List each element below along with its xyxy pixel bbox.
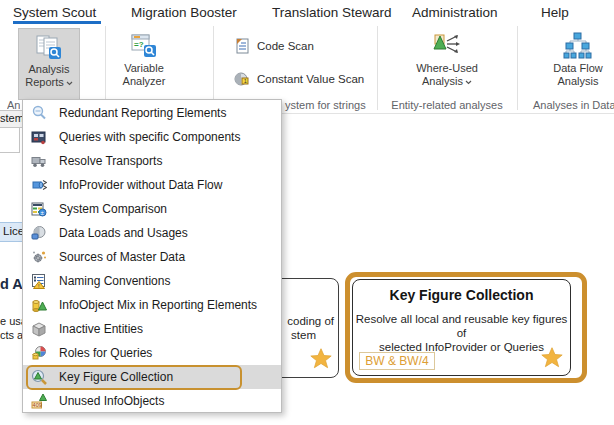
menu-item-queries-with-specific-components[interactable]: Queries with specific Components xyxy=(23,125,281,149)
bw-version-badge: BW & BW/4 xyxy=(359,352,435,370)
group-label-scan-system: ystem for strings xyxy=(285,99,366,111)
code-scan-label: Code Scan xyxy=(257,40,314,52)
analysis-reports-button[interactable]: Analysis Reports xyxy=(18,28,80,100)
toolbar-fragment xyxy=(0,127,20,153)
partial-card-text: stem xyxy=(291,329,316,341)
menu-item-label: Queries with specific Components xyxy=(59,130,240,144)
data-flow-icon xyxy=(563,32,593,60)
table-magnifier-icon: =? xyxy=(129,32,159,60)
system-comparison-icon: ± xyxy=(31,201,47,217)
menu-item-unused-infoobjects[interactable]: 409Unused InfoObjects xyxy=(23,389,281,413)
data-loads-icon xyxy=(31,225,47,241)
where-used-icon xyxy=(432,32,462,60)
infoprovider-flow-icon xyxy=(31,177,47,193)
master-data-icon xyxy=(31,249,47,265)
tab-help[interactable]: Help xyxy=(541,5,569,20)
feature-card-key-figure-collection[interactable]: Key Figure Collection Resolve all local … xyxy=(352,279,571,376)
svg-text:409: 409 xyxy=(33,402,42,408)
star-icon[interactable] xyxy=(540,346,564,369)
tab-administration[interactable]: Administration xyxy=(412,5,498,20)
dropdown-menu-list: Redundant Reporting ElementsQueries with… xyxy=(23,101,281,413)
roles-pie-icon xyxy=(31,345,47,361)
variable-analyzer-button[interactable]: =? Variable Analyzer xyxy=(110,28,178,98)
menu-item-infoprovider-without-data-flow[interactable]: InfoProvider without Data Flow xyxy=(23,173,281,197)
where-used-analysis-button[interactable]: Where-Used Analysis xyxy=(410,28,484,98)
menu-item-label: InfoObject Mix in Reporting Elements xyxy=(59,298,257,312)
query-components-icon xyxy=(31,129,47,145)
menu-item-system-comparison[interactable]: ±System Comparison xyxy=(23,197,281,221)
variable-analyzer-label-1: Variable xyxy=(124,62,164,74)
chevron-down-icon xyxy=(465,80,472,85)
tab-translation-steward[interactable]: Translation Steward xyxy=(272,5,392,20)
menu-item-key-figure-collection[interactable]: Key Figure Collection xyxy=(23,365,281,389)
menu-item-infoobject-mix-in-reporting-elements[interactable]: InfoObject Mix in Reporting Elements xyxy=(23,293,281,317)
menu-item-label: Redundant Reporting Elements xyxy=(59,106,226,120)
transport-truck-icon xyxy=(31,153,47,169)
naming-warning-icon: ! xyxy=(31,273,47,289)
active-tab-underline xyxy=(13,21,101,24)
menu-item-data-loads-and-usages[interactable]: Data Loads and Usages xyxy=(23,221,281,245)
unused-infoobjects-icon: 409 xyxy=(31,393,47,409)
section-heading-fragment: d A xyxy=(0,276,23,292)
menu-item-naming-conventions[interactable]: !Naming Conventions xyxy=(23,269,281,293)
ribbon-separator xyxy=(377,26,378,110)
data-flow-label-1: Data Flow xyxy=(553,62,603,74)
reports-magnifier-icon xyxy=(34,33,64,61)
analysis-reports-label-2: Reports xyxy=(25,76,64,88)
data-flow-label-2: Analysis xyxy=(558,75,599,87)
tab-system-scout[interactable]: System Scout xyxy=(13,5,96,20)
title-bar-fragment: stem xyxy=(0,110,23,128)
tab-migration-booster[interactable]: Migration Booster xyxy=(131,5,237,20)
menu-item-label: Inactive Entities xyxy=(59,322,143,336)
constant-value-scan-button[interactable]: 1 Constant Value Scan xyxy=(234,69,364,89)
application-window: System Scout Migration Booster Translati… xyxy=(0,0,614,425)
menu-item-label: Naming Conventions xyxy=(59,274,170,288)
constant-value-icon: 1 xyxy=(234,71,250,87)
chevron-down-icon xyxy=(66,81,73,86)
menu-item-label: System Comparison xyxy=(59,202,167,216)
ribbon-separator xyxy=(517,26,518,110)
menu-item-label: Data Loads and Usages xyxy=(59,226,188,240)
where-used-label-1: Where-Used xyxy=(416,62,478,74)
constant-value-scan-label: Constant Value Scan xyxy=(257,73,364,85)
where-used-label-2: Analysis xyxy=(422,75,463,87)
menu-item-label: Roles for Queries xyxy=(59,346,152,360)
svg-text:=?: =? xyxy=(134,40,144,49)
group-label-entity-analyses: Entity-related analyses xyxy=(377,99,517,111)
svg-text:1: 1 xyxy=(244,78,247,84)
analysis-reports-label-1: Analysis xyxy=(29,63,70,75)
infoobject-mix-icon xyxy=(31,297,47,313)
card-text-fragment: cts a xyxy=(0,329,23,341)
menu-item-label: Sources of Master Data xyxy=(59,250,185,264)
feature-card-title: Key Figure Collection xyxy=(353,287,570,303)
analysis-reports-dropdown-menu: Redundant Reporting ElementsQueries with… xyxy=(22,99,282,413)
menu-item-resolve-transports[interactable]: Resolve Transports xyxy=(23,149,281,173)
menu-item-sources-of-master-data[interactable]: Sources of Master Data xyxy=(23,245,281,269)
menu-item-label: InfoProvider without Data Flow xyxy=(59,178,222,192)
menu-item-label: Key Figure Collection xyxy=(59,370,173,384)
magnifier-icon xyxy=(31,105,47,121)
variable-analyzer-label-2: Analyzer xyxy=(123,75,166,87)
menu-item-inactive-entities[interactable]: Inactive Entities xyxy=(23,317,281,341)
ribbon-separator xyxy=(105,26,106,110)
menu-item-label: Resolve Transports xyxy=(59,154,162,168)
key-figure-magnifier-icon xyxy=(31,369,47,385)
ribbon-separator xyxy=(213,26,214,110)
partial-card-text: coding of xyxy=(287,315,334,327)
code-scan-button[interactable]: Code Scan xyxy=(234,36,314,56)
group-label-data-flow: Analyses in Data xyxy=(533,99,614,111)
menu-item-redundant-reporting-elements[interactable]: Redundant Reporting Elements xyxy=(23,101,281,125)
feature-card-description: Resolve all local and reusable key figur… xyxy=(353,312,570,354)
menu-item-label: Unused InfoObjects xyxy=(59,394,164,408)
code-scan-icon xyxy=(234,38,250,54)
inactive-cube-icon xyxy=(31,321,47,337)
menu-item-roles-for-queries[interactable]: Roles for Queries xyxy=(23,341,281,365)
star-icon[interactable] xyxy=(309,347,333,370)
data-flow-analysis-button[interactable]: Data Flow Analysis xyxy=(545,28,611,98)
